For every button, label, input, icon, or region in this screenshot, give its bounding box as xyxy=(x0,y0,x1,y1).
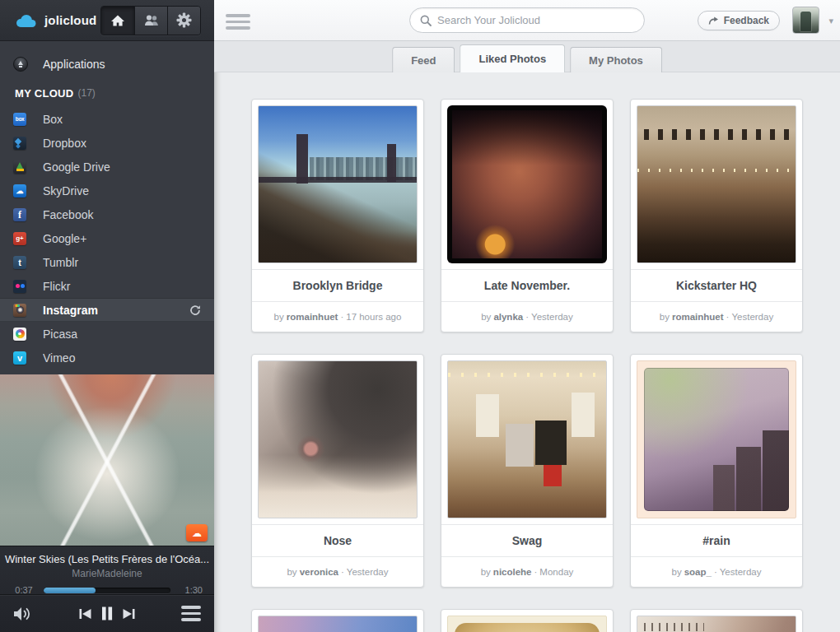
photo-thumbnail[interactable] xyxy=(447,616,607,632)
meta-separator: · xyxy=(726,312,730,322)
photo-thumbnail[interactable] xyxy=(258,616,418,632)
instagram-icon xyxy=(13,304,26,317)
next-button[interactable] xyxy=(123,608,136,620)
meta-separator: · xyxy=(340,312,343,322)
facebook-icon xyxy=(13,208,26,221)
google-plus-icon xyxy=(13,232,26,245)
photo-feed: Brooklyn Bridge by romainhuet · 17 hours… xyxy=(214,72,840,632)
meta-separator: · xyxy=(341,567,344,577)
tumblr-icon xyxy=(13,256,26,269)
previous-button[interactable] xyxy=(79,608,92,620)
photo-card: Kickstarter HQ by romainhuet · Yesterday xyxy=(630,99,803,332)
album-art[interactable]: ☁ xyxy=(0,374,214,546)
search-box xyxy=(409,7,645,33)
author-link[interactable]: veronica xyxy=(300,567,338,577)
next-icon xyxy=(123,608,136,620)
by-label: by xyxy=(274,312,284,322)
photo-frame xyxy=(441,355,613,524)
sidebar-item-google-drive[interactable]: Google Drive xyxy=(0,155,214,179)
tabs: Feed Liked Photos My Photos xyxy=(392,44,662,72)
author-link[interactable]: romainhuet xyxy=(672,312,724,322)
service-label: Google+ xyxy=(43,232,201,245)
pause-button[interactable] xyxy=(101,606,114,620)
service-label: Flickr xyxy=(43,280,201,293)
photo-thumbnail[interactable] xyxy=(637,105,796,263)
applications-label: Applications xyxy=(43,58,105,71)
users-icon xyxy=(143,14,160,26)
photo-card: #rain by soap_ · Yesterday xyxy=(630,354,803,588)
photo-card: Swag by nicolehe · Monday xyxy=(441,354,614,588)
pause-icon xyxy=(101,606,114,620)
music-player: ☁ Winter Skies (Les Petits Frères de l'O… xyxy=(0,374,214,632)
photo-thumbnail[interactable] xyxy=(637,616,796,632)
my-cloud-header: MY CLOUD (17) xyxy=(0,79,214,107)
photo-thumbnail[interactable] xyxy=(258,360,418,518)
sidebar-item-google-plus[interactable]: Google+ xyxy=(0,226,214,250)
photo-frame xyxy=(631,355,802,524)
avatar[interactable] xyxy=(792,7,819,34)
photo-thumbnail[interactable] xyxy=(637,360,796,518)
photo-frame xyxy=(441,100,613,269)
playlist-menu-button[interactable] xyxy=(181,606,201,621)
photo-thumbnail[interactable] xyxy=(447,105,607,263)
track-title: Winter Skies (Les Petits Frères de l'Océ… xyxy=(0,546,214,565)
feedback-button[interactable]: Feedback xyxy=(698,11,780,30)
menu-toggle-button[interactable] xyxy=(226,14,250,30)
tab-my-photos[interactable]: My Photos xyxy=(570,47,662,72)
volume-button[interactable] xyxy=(13,605,34,623)
photo-grid: Brooklyn Bridge by romainhuet · 17 hours… xyxy=(251,99,803,632)
photo-frame xyxy=(252,100,423,269)
sidebar-item-applications[interactable]: Applications xyxy=(0,49,214,79)
progress-row: 0:37 1:30 xyxy=(0,579,214,595)
photo-thumbnail[interactable] xyxy=(258,105,418,263)
meta-separator: · xyxy=(525,312,529,322)
photo-title: Brooklyn Bridge xyxy=(252,269,423,301)
photo-meta: by soap_ · Yesterday xyxy=(631,556,802,587)
photo-thumbnail[interactable] xyxy=(447,360,607,518)
service-label: Google Drive xyxy=(43,160,201,174)
soundcloud-badge-icon[interactable]: ☁ xyxy=(186,524,208,541)
applications-icon xyxy=(13,57,28,72)
photo-meta: by romainhuet · 17 hours ago xyxy=(252,301,423,332)
chevron-down-icon[interactable]: ▾ xyxy=(828,16,833,26)
dropbox-icon xyxy=(13,137,26,150)
sidebar-item-picasa[interactable]: Picasa xyxy=(0,322,214,346)
my-cloud-count: (17) xyxy=(78,87,96,99)
skydrive-icon xyxy=(13,184,26,198)
home-button[interactable] xyxy=(101,7,134,35)
main-topbar: Feedback ▾ xyxy=(214,0,840,41)
photo-title: Nose xyxy=(252,524,423,556)
photo-frame xyxy=(441,610,613,632)
progress-bar[interactable] xyxy=(44,588,170,593)
photo-meta: by veronica · Yesterday xyxy=(252,556,423,587)
sidebar-item-instagram[interactable]: Instagram xyxy=(0,298,214,322)
tab-liked-photos[interactable]: Liked Photos xyxy=(460,44,565,72)
tab-label: Feed xyxy=(411,54,436,67)
author-link[interactable]: alynka xyxy=(493,312,523,322)
meta-separator: · xyxy=(534,567,538,577)
timestamp: Monday xyxy=(539,567,573,577)
photo-title: Swag xyxy=(441,524,613,556)
by-label: by xyxy=(481,567,491,577)
service-label: Picasa xyxy=(43,328,201,341)
search-input[interactable] xyxy=(437,14,634,26)
sidebar-item-dropbox[interactable]: Dropbox xyxy=(0,131,214,155)
author-link[interactable]: soap_ xyxy=(684,567,712,577)
sidebar-item-facebook[interactable]: Facebook xyxy=(0,202,214,226)
sidebar-item-vimeo[interactable]: Vimeo xyxy=(0,346,214,369)
author-link[interactable]: nicolehe xyxy=(493,567,532,577)
sidebar-item-box[interactable]: Box xyxy=(0,107,214,131)
tab-feed[interactable]: Feed xyxy=(392,47,455,72)
photo-meta: by nicolehe · Monday xyxy=(441,556,613,587)
vimeo-icon xyxy=(13,351,26,365)
sidebar-item-flickr[interactable]: Flickr xyxy=(0,274,214,298)
sidebar-nav: Applications MY CLOUD (17) Box Dropbox G… xyxy=(0,41,214,374)
sync-icon[interactable] xyxy=(189,304,201,316)
by-label: by xyxy=(660,312,670,322)
sidebar-item-skydrive[interactable]: SkyDrive xyxy=(0,179,214,202)
sidebar-item-tumblr[interactable]: Tumblr xyxy=(0,250,214,274)
feedback-label: Feedback xyxy=(724,15,769,26)
author-link[interactable]: romainhuet xyxy=(287,312,338,322)
users-button[interactable] xyxy=(134,7,167,35)
settings-button[interactable] xyxy=(167,7,200,35)
